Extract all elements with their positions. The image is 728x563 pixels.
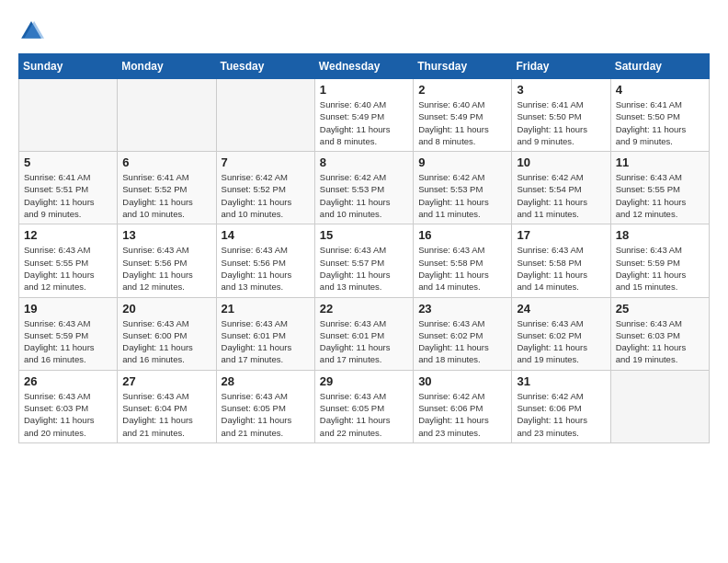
calendar-cell: 8Sunrise: 6:42 AM Sunset: 5:53 PM Daylig… [314,152,413,224]
day-number: 9 [418,155,506,169]
day-number: 1 [320,83,408,97]
day-info: Sunrise: 6:42 AM Sunset: 5:52 PM Dayligh… [222,171,310,220]
calendar-cell: 7Sunrise: 6:42 AM Sunset: 5:52 PM Daylig… [216,152,314,224]
calendar-cell: 24Sunrise: 6:43 AM Sunset: 6:02 PM Dayli… [512,297,610,370]
day-number: 24 [517,302,605,316]
calendar-cell: 27Sunrise: 6:43 AM Sunset: 6:04 PM Dayli… [118,370,216,442]
calendar-cell: 5Sunrise: 6:41 AM Sunset: 5:51 PM Daylig… [19,152,118,224]
calendar-body: 1Sunrise: 6:40 AM Sunset: 5:49 PM Daylig… [19,79,710,443]
calendar-cell: 1Sunrise: 6:40 AM Sunset: 5:49 PM Daylig… [314,79,413,152]
day-info: Sunrise: 6:41 AM Sunset: 5:51 PM Dayligh… [24,171,112,220]
day-info: Sunrise: 6:42 AM Sunset: 6:06 PM Dayligh… [418,390,506,439]
day-of-week-header: Sunday [19,54,118,79]
calendar-cell [216,79,314,152]
day-info: Sunrise: 6:42 AM Sunset: 5:54 PM Dayligh… [517,171,605,220]
day-number: 13 [122,228,210,242]
day-info: Sunrise: 6:43 AM Sunset: 6:02 PM Dayligh… [418,317,506,366]
day-info: Sunrise: 6:43 AM Sunset: 5:55 PM Dayligh… [24,244,112,293]
calendar-header: SundayMondayTuesdayWednesdayThursdayFrid… [19,54,710,79]
day-number: 7 [222,155,310,169]
day-number: 19 [24,302,112,316]
calendar-cell [19,79,118,152]
calendar-week-row: 1Sunrise: 6:40 AM Sunset: 5:49 PM Daylig… [19,79,710,152]
day-info: Sunrise: 6:43 AM Sunset: 5:56 PM Dayligh… [122,244,210,293]
day-number: 8 [320,155,408,169]
day-number: 3 [517,83,605,97]
day-of-week-header: Wednesday [314,54,413,79]
day-number: 27 [122,374,210,388]
calendar-cell: 12Sunrise: 6:43 AM Sunset: 5:55 PM Dayli… [19,224,118,297]
day-number: 12 [24,228,112,242]
day-of-week-header: Tuesday [216,54,314,79]
day-number: 15 [320,228,408,242]
calendar-cell: 20Sunrise: 6:43 AM Sunset: 6:00 PM Dayli… [118,297,216,370]
day-number: 5 [24,155,112,169]
day-info: Sunrise: 6:43 AM Sunset: 6:05 PM Dayligh… [320,390,408,439]
calendar-cell: 11Sunrise: 6:43 AM Sunset: 5:55 PM Dayli… [610,152,709,224]
calendar-table: SundayMondayTuesdayWednesdayThursdayFrid… [18,53,710,443]
day-info: Sunrise: 6:42 AM Sunset: 5:53 PM Dayligh… [418,171,506,220]
calendar-cell [610,370,709,442]
calendar-cell: 18Sunrise: 6:43 AM Sunset: 5:59 PM Dayli… [610,224,709,297]
calendar-cell: 19Sunrise: 6:43 AM Sunset: 5:59 PM Dayli… [19,297,118,370]
day-info: Sunrise: 6:43 AM Sunset: 6:05 PM Dayligh… [222,390,310,439]
day-number: 31 [517,374,605,388]
day-number: 20 [122,302,210,316]
calendar-cell: 4Sunrise: 6:41 AM Sunset: 5:50 PM Daylig… [610,79,709,152]
calendar-week-row: 12Sunrise: 6:43 AM Sunset: 5:55 PM Dayli… [19,224,710,297]
day-info: Sunrise: 6:41 AM Sunset: 5:50 PM Dayligh… [616,98,704,147]
day-info: Sunrise: 6:43 AM Sunset: 6:01 PM Dayligh… [320,317,408,366]
day-info: Sunrise: 6:42 AM Sunset: 6:06 PM Dayligh… [517,390,605,439]
calendar-cell: 17Sunrise: 6:43 AM Sunset: 5:58 PM Dayli… [512,224,610,297]
calendar-cell: 21Sunrise: 6:43 AM Sunset: 6:01 PM Dayli… [216,297,314,370]
day-number: 2 [418,83,506,97]
day-of-week-header: Monday [118,54,216,79]
day-number: 23 [418,302,506,316]
day-info: Sunrise: 6:43 AM Sunset: 5:55 PM Dayligh… [616,171,704,220]
calendar-cell: 31Sunrise: 6:42 AM Sunset: 6:06 PM Dayli… [512,370,610,442]
calendar-cell: 25Sunrise: 6:43 AM Sunset: 6:03 PM Dayli… [610,297,709,370]
day-number: 10 [517,155,605,169]
day-info: Sunrise: 6:43 AM Sunset: 6:04 PM Dayligh… [122,390,210,439]
day-info: Sunrise: 6:40 AM Sunset: 5:49 PM Dayligh… [418,98,506,147]
calendar-cell: 3Sunrise: 6:41 AM Sunset: 5:50 PM Daylig… [512,79,610,152]
calendar-cell [118,79,216,152]
day-info: Sunrise: 6:43 AM Sunset: 5:59 PM Dayligh… [24,317,112,366]
day-info: Sunrise: 6:43 AM Sunset: 5:59 PM Dayligh… [616,244,704,293]
day-of-week-header: Thursday [414,54,512,79]
day-number: 6 [122,155,210,169]
day-of-week-header: Friday [512,54,610,79]
logo [18,18,48,44]
day-info: Sunrise: 6:43 AM Sunset: 5:58 PM Dayligh… [517,244,605,293]
day-info: Sunrise: 6:43 AM Sunset: 6:03 PM Dayligh… [616,317,704,366]
day-number: 16 [418,228,506,242]
calendar-cell: 10Sunrise: 6:42 AM Sunset: 5:54 PM Dayli… [512,152,610,224]
day-number: 4 [616,83,704,97]
header [18,18,710,44]
day-number: 18 [616,228,704,242]
day-info: Sunrise: 6:43 AM Sunset: 6:03 PM Dayligh… [24,390,112,439]
calendar-week-row: 5Sunrise: 6:41 AM Sunset: 5:51 PM Daylig… [19,152,710,224]
day-info: Sunrise: 6:41 AM Sunset: 5:50 PM Dayligh… [517,98,605,147]
day-number: 26 [24,374,112,388]
day-number: 25 [616,302,704,316]
calendar-cell: 13Sunrise: 6:43 AM Sunset: 5:56 PM Dayli… [118,224,216,297]
calendar-cell: 22Sunrise: 6:43 AM Sunset: 6:01 PM Dayli… [314,297,413,370]
calendar-cell: 29Sunrise: 6:43 AM Sunset: 6:05 PM Dayli… [314,370,413,442]
calendar-cell: 30Sunrise: 6:42 AM Sunset: 6:06 PM Dayli… [414,370,512,442]
calendar-cell: 23Sunrise: 6:43 AM Sunset: 6:02 PM Dayli… [414,297,512,370]
calendar-cell: 28Sunrise: 6:43 AM Sunset: 6:05 PM Dayli… [216,370,314,442]
days-of-week-row: SundayMondayTuesdayWednesdayThursdayFrid… [19,54,710,79]
day-info: Sunrise: 6:43 AM Sunset: 5:56 PM Dayligh… [222,244,310,293]
day-number: 11 [616,155,704,169]
day-info: Sunrise: 6:43 AM Sunset: 5:58 PM Dayligh… [418,244,506,293]
day-number: 30 [418,374,506,388]
day-number: 29 [320,374,408,388]
calendar-cell: 26Sunrise: 6:43 AM Sunset: 6:03 PM Dayli… [19,370,118,442]
day-number: 28 [222,374,310,388]
day-info: Sunrise: 6:40 AM Sunset: 5:49 PM Dayligh… [320,98,408,147]
day-info: Sunrise: 6:41 AM Sunset: 5:52 PM Dayligh… [122,171,210,220]
page: SundayMondayTuesdayWednesdayThursdayFrid… [0,0,728,453]
calendar-cell: 2Sunrise: 6:40 AM Sunset: 5:49 PM Daylig… [414,79,512,152]
day-number: 17 [517,228,605,242]
